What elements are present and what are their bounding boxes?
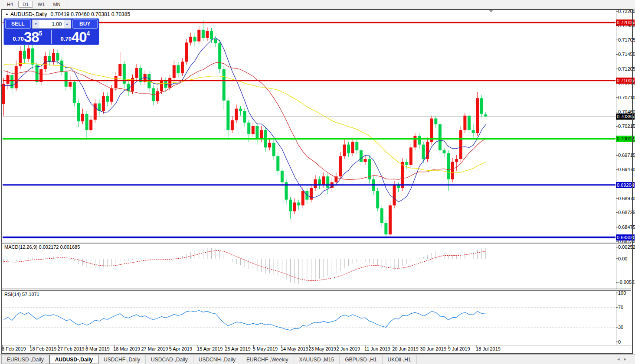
level-price-badge: 0.72005: [616, 20, 635, 26]
timeframe-button-h4[interactable]: H4: [3, 1, 17, 8]
timeframe-button-mn[interactable]: MN: [49, 1, 64, 8]
price-tick-label: 0.68970: [618, 196, 635, 202]
sell-price-pips: 38: [24, 31, 39, 44]
candle-body: [110, 88, 113, 102]
symbol-tab-eurchf[interactable]: EURCHF-,Weekly: [241, 355, 294, 364]
candle-body: [484, 114, 487, 117]
price-tick-label: 0.71455: [618, 52, 635, 57]
date-axis-label: 27 Feb 2019: [58, 346, 85, 351]
candle-body: [118, 64, 121, 76]
candle-body: [442, 150, 445, 153]
current-price-badge: 0.70385: [616, 114, 635, 120]
candle-body: [218, 43, 221, 69]
tab-scroll-left-icon[interactable]: ◂: [617, 356, 624, 361]
candle-body: [343, 145, 346, 156]
chart-canvas[interactable]: [0, 0, 635, 364]
price-tick-label: 0.71705: [618, 37, 635, 43]
candle-body: [94, 104, 97, 120]
candle-body: [455, 159, 458, 162]
candle-body: [272, 143, 275, 156]
sell-button[interactable]: SELL: [5, 20, 31, 29]
candle-body: [223, 69, 226, 101]
candle-body: [255, 126, 259, 139]
price-tick-label: 0.71205: [618, 66, 635, 72]
volume-increase-button[interactable]: ▲: [64, 20, 71, 28]
candle-body: [210, 31, 213, 39]
candle-body: [81, 114, 84, 121]
candle-body: [439, 124, 442, 150]
candle-body: [15, 66, 18, 88]
buy-button[interactable]: BUY: [72, 20, 98, 29]
candle-body: [135, 68, 138, 78]
symbol-name: AUDUSD-,Daily: [10, 11, 47, 17]
timeframe-button-w1[interactable]: W1: [34, 1, 49, 8]
rsi-tick-label: 30: [618, 325, 623, 330]
date-axis-border: [2, 345, 631, 345]
buy-price-fraction: 4: [87, 30, 90, 37]
date-axis-label: 18 Mar 2019: [113, 346, 140, 351]
price-tick-label: 0.68725: [618, 210, 635, 215]
candle-body: [89, 120, 92, 130]
buy-price-display[interactable]: 0.70 40 4: [52, 29, 99, 45]
symbol-tab-eurusd[interactable]: EURUSD-,Daily: [1, 355, 49, 364]
symbol-tab-audusd[interactable]: AUDUSD-,Daily: [49, 355, 98, 364]
macd-main-value: 0.002172: [39, 244, 59, 250]
symbol-tab-usdchf[interactable]: USDCHF-,Daily: [98, 355, 146, 364]
candle-body: [393, 185, 396, 205]
candle-body: [376, 191, 379, 208]
candle-body: [468, 116, 471, 130]
candle-body: [347, 145, 350, 153]
candle-body: [252, 126, 255, 134]
candle-body: [189, 37, 192, 42]
level-price-badge: 0.69204: [616, 182, 635, 188]
date-axis-label: 5 Apr 2019: [169, 346, 192, 351]
macd-indicator-label: MACD(12,26,9) 0.002172 0.001685: [4, 244, 80, 250]
candle-body: [459, 130, 462, 159]
candle-body: [289, 200, 292, 211]
symbol-tab-ukoil[interactable]: UKOil-,H1: [383, 355, 417, 364]
candle-body: [226, 101, 229, 130]
symbol-tab-xauusd[interactable]: XAUUSD-,M15: [294, 355, 340, 364]
candle-body: [2, 84, 5, 104]
sell-price-display[interactable]: 0.70 38 5: [4, 29, 51, 45]
price-tick-label: 0.69470: [618, 167, 635, 172]
candle-body: [355, 142, 358, 150]
volume-input[interactable]: [39, 20, 64, 28]
candle-body: [10, 75, 13, 88]
symbol-tab-usdcad[interactable]: USDCAD-,Daily: [146, 355, 193, 364]
chart-scroll-marker-icon[interactable]: [489, 10, 493, 13]
candle-body: [360, 150, 363, 162]
macd-panel-splitter[interactable]: [2, 242, 631, 244]
candle-body: [106, 96, 109, 101]
candle-body: [418, 136, 421, 145]
date-axis-label: 14 May 2019: [281, 346, 308, 351]
chart-tab-bar: EURUSD-,DailyAUDUSD-,DailyUSDCHF-,DailyU…: [0, 354, 635, 364]
rsi-panel-splitter[interactable]: [2, 289, 631, 291]
date-axis-label: 25 Apr 2019: [225, 346, 250, 351]
rsi-indicator-label: RSI(14) 57.1071: [4, 292, 39, 297]
sell-price-fraction: 5: [39, 30, 43, 37]
candle-body: [276, 156, 279, 170]
date-axis-label: 5 May 2019: [253, 346, 278, 351]
candle-body: [463, 116, 466, 130]
candle-body: [451, 162, 454, 179]
tab-scroll-right-icon[interactable]: ▸: [624, 356, 631, 361]
volume-decrease-button[interactable]: ▼: [33, 20, 39, 28]
date-axis-label: 2 Jun 2019: [337, 346, 360, 351]
symbol-tab-gbpusd[interactable]: GBPUSD-,H1: [340, 355, 382, 364]
candle-body: [19, 51, 22, 66]
rsi-tick-label: 70: [618, 305, 623, 310]
candle-body: [380, 208, 383, 223]
candle-body: [77, 103, 80, 121]
candle-body: [434, 118, 437, 124]
timeframe-button-d1[interactable]: D1: [18, 1, 33, 8]
candle-body: [73, 82, 76, 103]
symbol-tab-usdcnh[interactable]: USDCNH-,Daily: [193, 355, 241, 364]
candle-body: [447, 153, 450, 179]
buy-price-pips: 40: [72, 31, 87, 44]
chart-title: ▲AUDUSD-,Daily0.70419 0.70460 0.70381 0.…: [5, 11, 130, 17]
candle-body: [27, 49, 30, 59]
timeframe-toolbar: H4D1W1MN: [0, 0, 635, 9]
candle-body: [193, 37, 196, 42]
candle-body: [397, 185, 400, 188]
